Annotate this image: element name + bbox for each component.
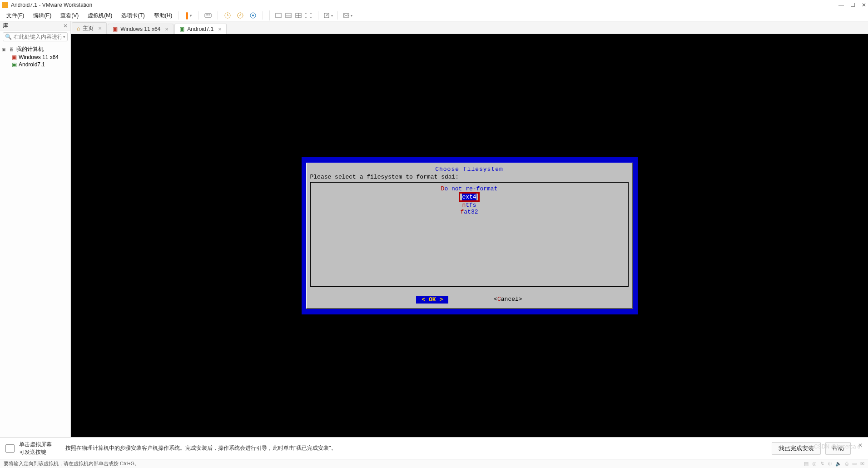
install-bar-close[interactable]: ✕ (858, 442, 863, 455)
option-do-not-reformat[interactable]: Do not re-format (440, 185, 499, 192)
status-text: 要将输入定向到该虚拟机，请在虚拟机内部单击或按 Ctrl+G。 (4, 460, 139, 467)
svg-rect-8 (276, 13, 281, 18)
net-icon[interactable]: ↯ (820, 461, 824, 467)
pause-button[interactable]: ∥▾ (184, 10, 193, 20)
tree-root-my-computer[interactable]: ▣ 🖥 我的计算机 (1, 45, 69, 54)
snapshot-back-button[interactable] (223, 10, 233, 20)
snapshot-manager-button[interactable] (248, 10, 258, 20)
dialog-title: Choose filesystem (310, 166, 629, 173)
message-icon[interactable]: ✉ (860, 461, 864, 467)
cancel-button[interactable]: <Cancel> (494, 296, 522, 304)
library-title: 库 (3, 22, 8, 30)
library-search-input[interactable] (14, 34, 61, 40)
vm-icon: ▣ (12, 54, 17, 60)
sound-icon[interactable]: 🔈 (835, 461, 842, 467)
install-bar: 单击虚拟屏幕 可发送按键 按照在物理计算机中的步骤安装客户机操作系统。完成安装后… (0, 437, 868, 459)
stretch-button[interactable]: ▾ (342, 10, 352, 20)
installer-dialog: Choose filesystem Please select a filesy… (306, 163, 633, 309)
maximize-button[interactable]: ☐ (850, 2, 855, 8)
layout-grid-button[interactable] (293, 10, 303, 20)
library-search[interactable]: 🔍 ▾ (3, 32, 68, 41)
install-hint-line2: 可发送按键 (19, 448, 52, 456)
vm-icon: ▣ (179, 26, 184, 32)
tab-strip: ⌂ 主页 ✕ ▣ Windows 11 x64 ✕ ▣ Android7.1 ✕ (71, 21, 868, 34)
menu-vm[interactable]: 虚拟机(M) (83, 10, 117, 21)
install-message: 按照在物理计算机中的步骤安装客户机操作系统。完成安装后，操作系统会进行引导，此时… (65, 444, 337, 452)
svg-rect-1 (206, 15, 207, 15)
svg-point-7 (252, 15, 254, 16)
search-icon: 🔍 (5, 34, 12, 40)
close-button[interactable]: ✕ (862, 2, 866, 8)
home-icon: ⌂ (77, 25, 80, 32)
tree-item-android71[interactable]: ▣ Android7.1 (12, 61, 69, 68)
dialog-options: Do not re-format ext4 ntfs fat32 (310, 182, 629, 287)
monitor-icon: 🖥 (8, 46, 15, 53)
minimize-button[interactable]: — (838, 2, 844, 8)
dialog-prompt: Please select a filesystem to format sda… (310, 174, 629, 180)
tab-windows11[interactable]: ▣ Windows 11 x64 ✕ (108, 24, 174, 34)
layout-bottom-button[interactable] (283, 10, 293, 20)
option-ntfs[interactable]: ntfs (461, 202, 477, 209)
svg-rect-0 (205, 14, 211, 17)
menubar: 文件(F) 编辑(E) 查看(V) 虚拟机(M) 选项卡(T) 帮助(H) ∥▾… (0, 10, 868, 21)
install-hint-line1: 单击虚拟屏幕 (19, 441, 52, 448)
keyboard-icon (204, 12, 212, 19)
library-pane: 库 ✕ 🔍 ▾ ▣ 🖥 我的计算机 ▣ Windows 11 x64 ▣ And… (0, 21, 71, 437)
clock-back-icon (224, 12, 231, 19)
svg-rect-3 (208, 15, 210, 15)
finished-install-button[interactable]: 我已完成安装 (772, 442, 821, 455)
guest-display[interactable]: Choose filesystem Please select a filesy… (71, 34, 868, 437)
clock-forward-icon (237, 12, 244, 19)
help-button[interactable]: 帮助 (825, 442, 851, 455)
snapshot-forward-button[interactable] (235, 10, 245, 20)
send-ctrl-alt-del-button[interactable] (203, 10, 213, 20)
statusbar: 要将输入定向到该虚拟机，请在虚拟机内部单击或按 Ctrl+G。 ▤ ◎ ↯ ψ … (0, 459, 868, 468)
library-close-button[interactable]: ✕ (63, 23, 68, 29)
installer-outer: Choose filesystem Please select a filesy… (302, 157, 638, 314)
app-icon (2, 2, 8, 8)
tab-home[interactable]: ⌂ 主页 ✕ (72, 22, 107, 34)
cd-icon[interactable]: ◎ (812, 461, 817, 467)
window-title: Android7.1 - VMware Workstation (11, 2, 92, 8)
tree-item-windows11[interactable]: ▣ Windows 11 x64 (12, 54, 69, 61)
titlebar: Android7.1 - VMware Workstation — ☐ ✕ (0, 0, 868, 10)
status-device-icons: ▤ ◎ ↯ ψ 🔈 ⎙ ▭ ✉ (804, 461, 864, 467)
menu-view[interactable]: 查看(V) (56, 10, 83, 21)
tab-android71[interactable]: ▣ Android7.1 ✕ (174, 24, 227, 34)
tree-expander[interactable]: ▣ (2, 47, 6, 52)
snapshot-icon (249, 12, 257, 19)
vm-icon: ▣ (12, 61, 17, 68)
tab-close-button[interactable]: ✕ (165, 27, 169, 32)
svg-rect-9 (286, 13, 291, 18)
menu-file[interactable]: 文件(F) (2, 10, 29, 21)
tree-item-label: Windows 11 x64 (19, 54, 59, 60)
tree-root-label: 我的计算机 (16, 45, 44, 53)
printer-icon[interactable]: ⎙ (845, 461, 848, 467)
menu-help[interactable]: 帮助(H) (149, 10, 177, 21)
tab-close-button[interactable]: ✕ (218, 27, 222, 32)
ok-button[interactable]: < OK > (416, 296, 448, 304)
vm-icon: ▣ (113, 26, 118, 32)
hdd-icon[interactable]: ▤ (804, 461, 808, 467)
tab-label: Windows 11 x64 (120, 26, 160, 32)
screen-icon (5, 444, 15, 453)
menu-edit[interactable]: 编辑(E) (29, 10, 56, 21)
library-tree: ▣ 🖥 我的计算机 ▣ Windows 11 x64 ▣ Android7.1 (0, 43, 70, 70)
tab-close-button[interactable]: ✕ (98, 26, 102, 31)
tree-item-label: Android7.1 (19, 61, 45, 68)
layout-fullscreen-button[interactable] (303, 10, 313, 20)
unity-button[interactable]: ▾ (323, 10, 333, 20)
usb-icon[interactable]: ψ (828, 461, 832, 467)
option-ext4[interactable]: ext4 (459, 192, 479, 202)
tab-label: 主页 (83, 25, 94, 32)
tab-label: Android7.1 (187, 26, 213, 32)
layout-single-button[interactable] (273, 10, 283, 20)
menu-tab[interactable]: 选项卡(T) (117, 10, 149, 21)
option-fat32[interactable]: fat32 (459, 209, 479, 215)
display-icon[interactable]: ▭ (852, 461, 857, 467)
svg-rect-2 (207, 15, 208, 15)
search-dropdown-icon[interactable]: ▾ (63, 35, 65, 39)
